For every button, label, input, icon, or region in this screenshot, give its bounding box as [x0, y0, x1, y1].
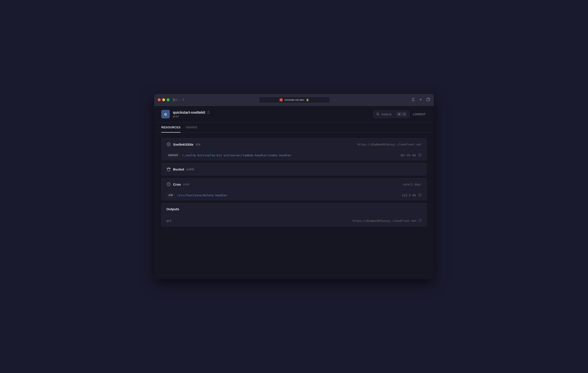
- job-path[interactable]: /src/functions/delete.handler: [177, 194, 227, 197]
- bucket-title: Bucket public: [167, 167, 195, 171]
- sveltekit-subrow-right: 387.65 KB: [400, 153, 421, 157]
- brand-name-container: quickstart-sveltekit: [173, 111, 210, 115]
- app-header: G quickstart-sveltekit prod: [154, 106, 434, 123]
- sveltekit-name: SvelteKitSite: [173, 143, 193, 146]
- browser-actions: [411, 97, 430, 102]
- url-text: console.sst.dev: [284, 98, 304, 101]
- svg-rect-0: [173, 98, 175, 101]
- tab-options-button[interactable]: ···: [332, 97, 337, 103]
- job-size: 123.5 KB: [402, 194, 416, 197]
- server-size: 387.65 KB: [400, 154, 416, 157]
- sidebar-toggle-icon[interactable]: [173, 98, 180, 101]
- output-value-container: https://d2w8wn997pzxyj.cloudfront.net: [352, 219, 421, 223]
- cron-rate: rate(1 day): [402, 183, 421, 186]
- project-selector-chevron[interactable]: [207, 111, 210, 114]
- sveltekit-type: site: [196, 143, 200, 146]
- cron-subrow-right: 123.5 KB: [402, 193, 421, 197]
- output-value: https://d2w8wn997pzxyj.cloudfront.net: [352, 219, 417, 223]
- header-actions: Jump to ⌘ K LOGOUT: [373, 111, 427, 118]
- job-badge: JOB: [167, 193, 175, 197]
- maximize-button[interactable]: [167, 98, 169, 101]
- tab-issues[interactable]: ISSUES: [186, 123, 197, 133]
- outputs-header: Outputs: [162, 203, 426, 215]
- bucket-icon: [167, 167, 171, 171]
- url-pill[interactable]: console.sst.dev 🔒: [259, 96, 330, 103]
- address-bar: console.sst.dev 🔒 ···: [188, 96, 409, 103]
- close-button[interactable]: [158, 98, 161, 101]
- main-content: SvelteKitSite site https://d2w8wn997pzxy…: [154, 133, 434, 234]
- sveltekit-icon: [167, 142, 171, 146]
- cron-title: Cron cron: [167, 182, 189, 186]
- tab-resources[interactable]: RESOURCES: [161, 123, 181, 133]
- sveltekit-subrow-left: SERVER /.svelte-kit/svelte-kit-sst/serve…: [167, 153, 291, 157]
- sveltekit-title: SvelteKitSite site: [167, 142, 200, 146]
- traffic-lights: [158, 98, 169, 101]
- cron-icon: [167, 182, 171, 186]
- server-settings-icon[interactable]: [418, 153, 421, 157]
- site-favicon: [280, 98, 283, 101]
- svg-rect-22: [419, 220, 421, 222]
- copy-icon[interactable]: [419, 219, 421, 223]
- resource-card-bucket: Bucket public: [161, 163, 427, 175]
- k-key: K: [402, 112, 407, 116]
- server-path[interactable]: /.svelte-kit/svelte-kit-sst/server/lambd…: [182, 154, 291, 157]
- logout-button[interactable]: LOGOUT: [412, 111, 427, 117]
- jump-to-button[interactable]: Jump to ⌘ K: [373, 111, 410, 118]
- svg-rect-4: [280, 99, 282, 101]
- sveltekit-header: SvelteKitSite site https://d2w8wn997pzxy…: [162, 138, 426, 150]
- share-button[interactable]: [411, 97, 415, 102]
- outputs-card: Outputs url https://d2w8wn997pzxyj.cloud…: [161, 203, 427, 226]
- browser-chrome: console.sst.dev 🔒 ···: [154, 94, 434, 106]
- svg-rect-2: [175, 100, 177, 100]
- bucket-name: Bucket: [173, 167, 184, 171]
- bucket-header: Bucket public: [162, 163, 426, 175]
- svg-rect-3: [175, 101, 177, 101]
- minimize-button[interactable]: [162, 98, 165, 101]
- keyboard-shortcut: ⌘ K: [397, 112, 407, 116]
- new-tab-button[interactable]: [419, 97, 423, 102]
- app-nav: RESOURCES ISSUES: [154, 123, 434, 133]
- svg-rect-1: [175, 99, 177, 99]
- app-brand: G quickstart-sveltekit prod: [161, 110, 210, 118]
- sveltekit-url: https://d2w8wn997pzxyj.cloudfront.net: [357, 143, 421, 146]
- cron-name: Cron: [173, 182, 181, 186]
- sveltekit-subrow-0: SERVER /.svelte-kit/svelte-kit-sst/serve…: [162, 150, 426, 160]
- server-badge: SERVER: [167, 153, 180, 157]
- project-name: quickstart-sveltekit: [173, 111, 205, 115]
- avatar: G: [161, 110, 170, 118]
- browser-controls: [173, 98, 185, 102]
- lock-icon: 🔒: [306, 98, 309, 101]
- svg-point-7: [167, 143, 170, 146]
- brand-info: quickstart-sveltekit prod: [173, 111, 210, 118]
- output-key: url: [167, 219, 171, 223]
- svg-point-9: [419, 155, 420, 156]
- cron-subrow-left: JOB /src/functions/delete.handler: [167, 193, 227, 197]
- search-icon: [376, 113, 379, 116]
- cron-subrow-0: JOB /src/functions/delete.handler 123.5 …: [162, 190, 426, 200]
- copy-tabs-button[interactable]: [426, 97, 430, 102]
- cron-type: cron: [183, 182, 189, 186]
- environment-label: prod: [173, 115, 210, 118]
- outputs-title: Outputs: [167, 207, 179, 211]
- browser-window: console.sst.dev 🔒 ···: [154, 94, 434, 279]
- app-content: G quickstart-sveltekit prod: [154, 106, 434, 279]
- resource-card-cron: Cron cron rate(1 day) JOB /src/functions…: [161, 178, 427, 200]
- jump-to-label: Jump to: [381, 113, 391, 116]
- svg-point-17: [419, 194, 420, 196]
- back-button[interactable]: [181, 98, 185, 102]
- bucket-type: public: [186, 167, 195, 171]
- output-row-url: url https://d2w8wn997pzxyj.cloudfront.ne…: [162, 215, 426, 226]
- meta-key: ⌘: [397, 112, 402, 116]
- svg-rect-5: [427, 99, 429, 101]
- job-settings-icon[interactable]: [418, 193, 421, 197]
- cron-header: Cron cron rate(1 day): [162, 178, 426, 190]
- resource-card-sveltekit: SvelteKitSite site https://d2w8wn997pzxy…: [161, 138, 427, 160]
